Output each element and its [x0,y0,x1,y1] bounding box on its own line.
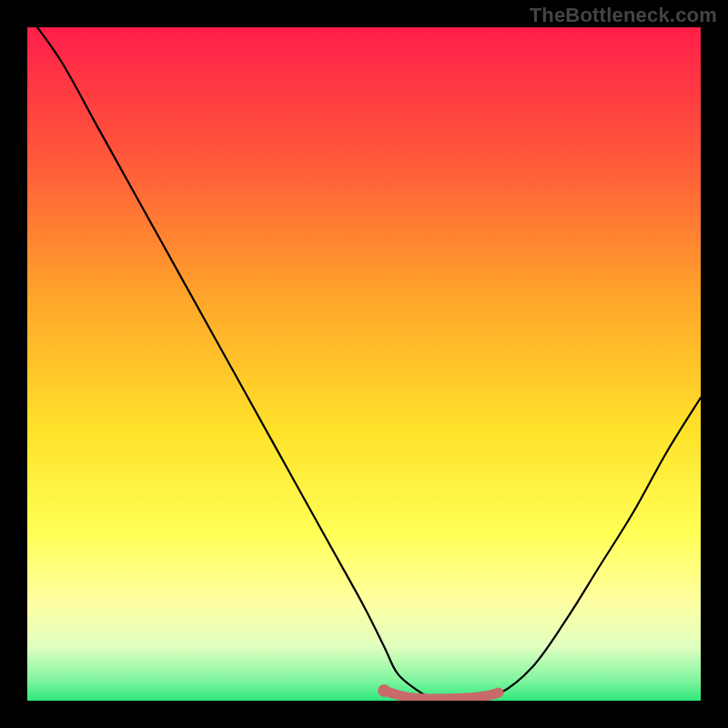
chart-frame: TheBottleneck.com [0,0,728,728]
plot-svg [27,27,701,701]
plot-area [27,27,701,701]
optimal-point-marker [378,684,390,697]
gradient-background [27,27,701,701]
watermark-text: TheBottleneck.com [530,4,717,27]
